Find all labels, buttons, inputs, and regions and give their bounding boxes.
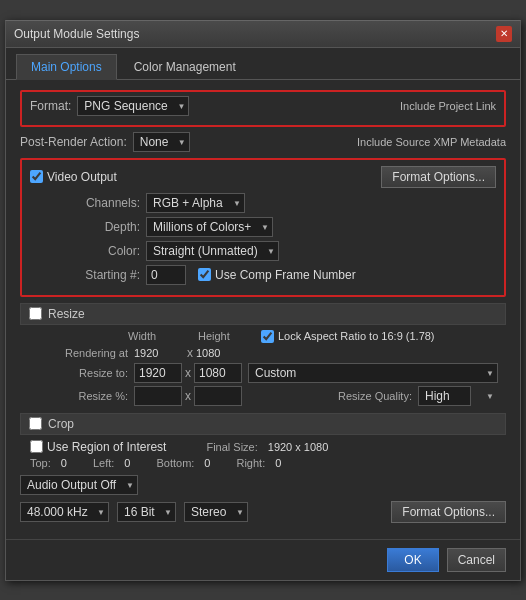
use-comp-frame-checkbox[interactable]: [198, 268, 211, 281]
tab-main-options[interactable]: Main Options: [16, 54, 117, 80]
cancel-button[interactable]: Cancel: [447, 548, 506, 572]
video-output-checkbox[interactable]: [30, 170, 43, 183]
crop-content: Use Region of Interest Final Size: 1920 …: [20, 440, 506, 469]
resize-quality-select[interactable]: High: [418, 386, 471, 406]
resize-section-divider: Resize: [20, 303, 506, 325]
format-options-button[interactable]: Format Options...: [381, 166, 496, 188]
channels-label: Channels:: [50, 196, 140, 210]
crop-values-row: Top: 0 Left: 0 Bottom: 0 Right: 0: [30, 457, 496, 469]
resize-quality-label: Resize Quality:: [338, 390, 412, 402]
sample-rate-wrapper[interactable]: 48.000 kHz: [20, 502, 109, 522]
x-sep1: x: [187, 346, 193, 360]
use-roi-checkbox[interactable]: [30, 440, 43, 453]
crop-checkbox[interactable]: [29, 417, 42, 430]
audio-output-wrapper[interactable]: Audio Output Off: [20, 475, 138, 495]
format-select-wrapper[interactable]: PNG Sequence: [77, 96, 189, 116]
crop-section-divider: Crop: [20, 413, 506, 435]
top-value: 0: [61, 457, 67, 469]
height-header: Height: [198, 330, 253, 342]
channels-row: Channels: RGB + Alpha: [30, 193, 496, 213]
use-roi-label[interactable]: Use Region of Interest: [30, 440, 166, 454]
rendering-height: 1080: [196, 347, 246, 359]
top-label: Top:: [30, 457, 51, 469]
lock-aspect-label[interactable]: Lock Aspect Ratio to 16:9 (1.78): [261, 330, 435, 343]
video-output-header: Video Output Format Options...: [30, 166, 496, 188]
post-render-select[interactable]: None: [133, 132, 190, 152]
dialog-footer: OK Cancel: [6, 539, 520, 580]
color-row: Color: Straight (Unmatted): [30, 241, 496, 261]
bit-depth-wrapper[interactable]: 16 Bit: [117, 502, 176, 522]
right-value: 0: [275, 457, 281, 469]
audio-channels-select[interactable]: Stereo: [184, 502, 248, 522]
resize-pct-h-input[interactable]: [194, 386, 242, 406]
sample-rate-select[interactable]: 48.000 kHz: [20, 502, 109, 522]
resize-quality-wrapper[interactable]: High: [418, 386, 498, 406]
rendering-width: 1920: [134, 347, 184, 359]
video-output-checkbox-label[interactable]: Video Output: [30, 170, 117, 184]
depth-select-wrapper[interactable]: Millions of Colors+: [146, 217, 273, 237]
right-label: Right:: [236, 457, 265, 469]
resize-content: Width Height Lock Aspect Ratio to 16:9 (…: [20, 330, 506, 413]
ok-button[interactable]: OK: [387, 548, 438, 572]
audio-output-row: Audio Output Off: [20, 475, 506, 495]
post-render-select-wrapper[interactable]: None: [133, 132, 190, 152]
tab-bar: Main Options Color Management: [6, 48, 520, 80]
resize-pct-w-input[interactable]: [134, 386, 182, 406]
video-output-box: Video Output Format Options... Channels:…: [20, 158, 506, 297]
resize-pct-label: Resize %:: [28, 390, 128, 402]
include-xmp-label: Include Source XMP Metadata: [357, 136, 506, 148]
starting-number-input[interactable]: [146, 265, 186, 285]
crop-label: Crop: [48, 417, 74, 431]
width-header: Width: [128, 330, 183, 342]
color-select[interactable]: Straight (Unmatted): [146, 241, 279, 261]
depth-row: Depth: Millions of Colors+: [30, 217, 496, 237]
use-comp-frame-label[interactable]: Use Comp Frame Number: [198, 268, 356, 282]
resize-pct-row: Resize %: x Resize Quality: High: [28, 386, 498, 406]
title-bar: Output Module Settings ✕: [6, 21, 520, 48]
audio-settings-row: 48.000 kHz 16 Bit Stereo Format Options.…: [20, 501, 506, 523]
color-label: Color:: [50, 244, 140, 258]
audio-channels-wrapper[interactable]: Stereo: [184, 502, 248, 522]
resize-to-label: Resize to:: [28, 367, 128, 379]
crop-roi-row: Use Region of Interest Final Size: 1920 …: [30, 440, 496, 454]
format-row: Format: PNG Sequence Include Project Lin…: [30, 96, 496, 116]
resize-to-height-input[interactable]: [194, 363, 242, 383]
resize-label: Resize: [48, 307, 85, 321]
channels-select[interactable]: RGB + Alpha: [146, 193, 245, 213]
include-project-link: Include Project Link: [400, 100, 496, 112]
depth-label: Depth:: [50, 220, 140, 234]
close-button[interactable]: ✕: [496, 26, 512, 42]
bottom-label: Bottom:: [156, 457, 194, 469]
main-content: Format: PNG Sequence Include Project Lin…: [6, 80, 520, 539]
starting-label: Starting #:: [50, 268, 140, 282]
bottom-value: 0: [204, 457, 210, 469]
resize-preset-select[interactable]: Custom: [248, 363, 498, 383]
x-sep2: x: [185, 366, 191, 380]
resize-preset-wrapper[interactable]: Custom: [248, 363, 498, 383]
final-size-value: 1920 x 1080: [268, 441, 329, 453]
lock-aspect-checkbox[interactable]: [261, 330, 274, 343]
post-render-label: Post-Render Action:: [20, 135, 127, 149]
tab-color-management[interactable]: Color Management: [119, 54, 251, 79]
bit-depth-select[interactable]: 16 Bit: [117, 502, 176, 522]
audio-output-select[interactable]: Audio Output Off: [20, 475, 138, 495]
x-sep3: x: [185, 389, 191, 403]
resize-checkbox[interactable]: [29, 307, 42, 320]
audio-section: Audio Output Off 48.000 kHz 16 Bit: [20, 475, 506, 523]
starting-row: Starting #: Use Comp Frame Number: [30, 265, 496, 285]
resize-to-width-input[interactable]: [134, 363, 182, 383]
left-value: 0: [124, 457, 130, 469]
color-select-wrapper[interactable]: Straight (Unmatted): [146, 241, 279, 261]
audio-format-options-button[interactable]: Format Options...: [391, 501, 506, 523]
resize-to-row: Resize to: x Custom: [28, 363, 498, 383]
depth-select[interactable]: Millions of Colors+: [146, 217, 273, 237]
channels-select-wrapper[interactable]: RGB + Alpha: [146, 193, 245, 213]
format-highlight-box: Format: PNG Sequence Include Project Lin…: [20, 90, 506, 127]
rendering-at-row: Rendering at 1920 x 1080: [28, 346, 498, 360]
wh-header-row: Width Height Lock Aspect Ratio to 16:9 (…: [28, 330, 498, 343]
dialog-title: Output Module Settings: [14, 27, 139, 41]
format-select[interactable]: PNG Sequence: [77, 96, 189, 116]
left-label: Left:: [93, 457, 114, 469]
post-render-row: Post-Render Action: None Include Source …: [20, 132, 506, 152]
output-module-dialog: Output Module Settings ✕ Main Options Co…: [5, 20, 521, 581]
